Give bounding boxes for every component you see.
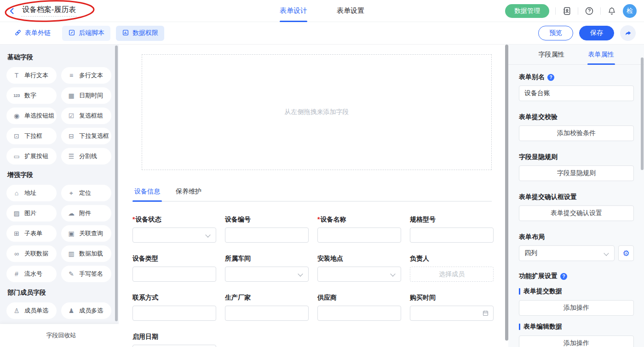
field-item[interactable]: ☑复选框组 xyxy=(61,108,111,124)
extensions-label: 功能扩展设置 xyxy=(519,272,558,280)
number-icon: 123 xyxy=(12,93,21,98)
field-input[interactable] xyxy=(132,345,216,347)
contacts-icon[interactable] xyxy=(562,6,572,16)
user-avatar[interactable]: 检 xyxy=(623,4,637,18)
preview-button[interactable]: 预览 xyxy=(538,26,573,40)
serial-number-icon: # xyxy=(12,270,21,278)
form-external-link-button[interactable]: 表单外链 xyxy=(8,26,57,41)
backend-script-button[interactable]: 后端脚本 xyxy=(62,26,110,41)
field-item[interactable]: ∞关联数据 xyxy=(6,245,57,262)
field-item[interactable]: ☰分割线 xyxy=(61,148,111,165)
tab-form-settings[interactable]: 表单设置 xyxy=(337,0,364,22)
form-field-label: 生产厂家 xyxy=(225,294,309,302)
toolbar-actions: 预览 保存 xyxy=(538,25,636,41)
attachment-icon: ☁ xyxy=(67,210,75,217)
help-icon[interactable] xyxy=(584,6,594,16)
field-item[interactable]: ▨图片 xyxy=(6,205,57,222)
field-item[interactable]: ▣关联查询 xyxy=(61,225,111,242)
field-select[interactable] xyxy=(317,267,401,282)
add-operation-button[interactable]: 添加操作 xyxy=(519,336,634,347)
field-item-label: 图片 xyxy=(24,209,36,217)
signature-icon: ✎ xyxy=(67,270,75,278)
field-input[interactable] xyxy=(225,306,309,321)
field-item[interactable]: ≡多行文本 xyxy=(61,67,111,84)
help-badge-icon[interactable]: ? xyxy=(547,74,554,81)
property-section-label: 字段显隐规则 xyxy=(519,153,634,161)
divider xyxy=(578,7,578,15)
add-operation-button[interactable]: 添加操作 xyxy=(519,300,634,316)
sidebar-scrollbar[interactable] xyxy=(115,46,118,321)
field-item[interactable]: ☁附件 xyxy=(61,205,111,222)
field-item[interactable]: ⊡下拉框 xyxy=(6,128,57,144)
property-action-button[interactable]: 添加校验条件 xyxy=(519,125,634,141)
field-library-sidebar: 基础字段T单行文本≡多行文本123数字▦日期时间◉单选按钮组☑复选框组⊡下拉框⊟… xyxy=(0,45,119,347)
field-input[interactable] xyxy=(132,306,216,321)
form-layout-select[interactable]: 四列 xyxy=(519,245,615,261)
field-item[interactable]: ⌂地址 xyxy=(6,185,57,201)
lookup-query-icon: ▣ xyxy=(67,230,75,237)
field-item[interactable]: ▭扩展按钮 xyxy=(6,148,57,165)
field-item[interactable]: ⌖定位 xyxy=(61,185,111,201)
field-item[interactable]: 123数字 xyxy=(6,87,57,104)
tab-form-properties[interactable]: 表单属性 xyxy=(588,45,614,65)
field-select[interactable] xyxy=(132,228,216,243)
form-field: 负责人选择成员 xyxy=(410,255,494,282)
field-input[interactable] xyxy=(317,306,401,321)
member-picker[interactable]: 选择成员 xyxy=(410,267,494,282)
form-layout-label: 表单布局 xyxy=(519,233,634,241)
field-item-label: 成员单选 xyxy=(24,307,48,315)
save-button[interactable]: 保存 xyxy=(579,26,614,40)
field-input[interactable] xyxy=(410,228,494,243)
permission-icon xyxy=(122,29,129,38)
field-recycle-bin[interactable]: 字段回收站 xyxy=(0,324,119,347)
form-canvas: 从左侧拖拽来添加字段 设备信息保养维护 *设备状态设备编号*设备名称规格型号设备… xyxy=(119,45,508,347)
form-field-label: *设备状态 xyxy=(132,216,216,224)
property-action-button[interactable]: 表单提交确认设置 xyxy=(519,205,634,221)
field-item-label: 复选框组 xyxy=(79,112,103,120)
form-field: *设备状态 xyxy=(132,216,216,243)
field-dropzone[interactable]: 从左侧拖拽来添加字段 xyxy=(142,54,492,170)
form-field-label: 购买时间 xyxy=(410,294,494,302)
tab-maintenance[interactable]: 保养维护 xyxy=(174,188,203,201)
topbar-left: 设备档案-履历表 xyxy=(7,5,77,17)
tab-device-info[interactable]: 设备信息 xyxy=(132,188,162,201)
form-field: 所属车间 xyxy=(225,255,309,282)
field-item[interactable]: ✎手写签名 xyxy=(61,266,111,282)
field-item[interactable]: ⊟下拉复选框 xyxy=(61,128,111,144)
page-title[interactable]: 设备档案-履历表 xyxy=(21,5,77,17)
blue-bar-decor xyxy=(519,288,520,295)
field-input[interactable] xyxy=(225,228,309,243)
back-button[interactable] xyxy=(7,6,17,16)
date-input[interactable] xyxy=(410,306,494,321)
multi-line-text-icon: ≡ xyxy=(67,72,75,79)
field-item[interactable]: #流水号 xyxy=(6,266,57,282)
extension-group-label: 表单编辑数据 xyxy=(519,323,634,331)
data-manage-button[interactable]: 数据管理 xyxy=(505,4,549,18)
property-action-button[interactable]: 字段显隐规则 xyxy=(519,165,634,181)
properties-scrollbar[interactable] xyxy=(641,57,644,170)
field-item[interactable]: T单行文本 xyxy=(6,67,57,84)
tab-field-properties[interactable]: 字段属性 xyxy=(539,45,564,65)
gear-icon[interactable]: ⚙ xyxy=(618,245,634,261)
form-alias-input[interactable] xyxy=(519,85,634,101)
field-item[interactable]: ◉单选按钮组 xyxy=(6,108,57,124)
share-icon[interactable] xyxy=(620,25,636,41)
tab-form-design[interactable]: 表单设计 xyxy=(280,0,307,22)
help-badge-icon[interactable]: ? xyxy=(560,273,567,280)
field-select[interactable] xyxy=(225,267,309,282)
toolbar-link-label: 表单外链 xyxy=(25,29,51,37)
data-permission-button[interactable]: 数据权限 xyxy=(116,26,164,41)
header-tabs: 表单设计表单设置 xyxy=(280,0,364,22)
field-input[interactable] xyxy=(317,228,401,243)
field-item[interactable]: ♟成员多选 xyxy=(61,302,111,319)
field-item[interactable]: ♙成员单选 xyxy=(6,302,57,319)
field-item[interactable]: ▥数据加载 xyxy=(61,245,111,262)
field-item[interactable]: ⊞子表单 xyxy=(6,225,57,242)
canvas-scrollbar[interactable] xyxy=(505,45,508,341)
datetime-icon: ▦ xyxy=(67,92,75,99)
properties-tabs: 字段属性表单属性 xyxy=(508,45,644,65)
field-input[interactable] xyxy=(132,267,216,282)
field-item-label: 流水号 xyxy=(24,270,42,278)
field-item[interactable]: ▦日期时间 xyxy=(61,87,111,104)
notification-bell-icon[interactable] xyxy=(607,6,617,16)
